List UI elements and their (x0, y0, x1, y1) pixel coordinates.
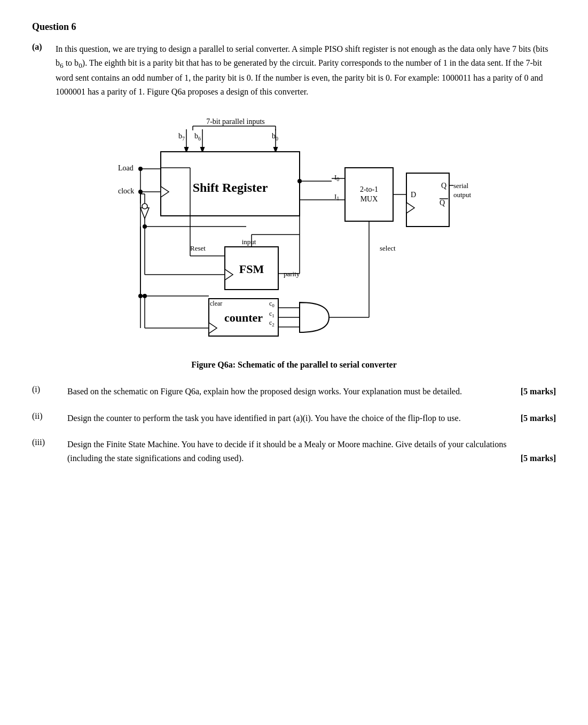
sub-text-ii: Design the counter to perform the task y… (67, 411, 510, 425)
circuit-diagram: 7-bit parallel inputs b7 b6 b0 Shift Reg… (107, 114, 481, 344)
svg-text:Reset: Reset (190, 244, 206, 252)
svg-text:output: output (453, 191, 472, 199)
marks-ii: [5 marks] (521, 411, 556, 425)
svg-text:Q: Q (440, 199, 445, 207)
svg-text:clear: clear (210, 300, 222, 307)
sub-label-iii: (iii) (32, 438, 59, 447)
sub-label-i: (i) (32, 385, 59, 394)
svg-text:D: D (411, 191, 416, 199)
sub-question-i: (i) Based on the schematic on Figure Q6a… (32, 385, 556, 399)
sub-label-ii: (ii) (32, 411, 59, 421)
sub-question-ii: (ii) Design the counter to perform the t… (32, 411, 556, 425)
svg-text:I1: I1 (334, 192, 339, 201)
svg-text:b7: b7 (178, 132, 185, 142)
question-title: Question 6 (32, 21, 556, 33)
svg-rect-32 (345, 168, 393, 221)
svg-text:I0: I0 (334, 173, 339, 182)
svg-text:b6: b6 (194, 132, 201, 142)
svg-text:MUX: MUX (360, 195, 378, 203)
svg-text:select: select (380, 244, 396, 252)
svg-text:counter: counter (224, 311, 262, 324)
sub-question-iii: (iii) Design the Finite State Machine. Y… (32, 438, 556, 465)
svg-text:clock: clock (118, 187, 134, 195)
svg-text:7-bit parallel inputs: 7-bit parallel inputs (206, 118, 265, 126)
sub-text-iii: Design the Finite State Machine. You hav… (67, 438, 510, 465)
figure-caption: Figure Q6a: Schematic of the parallel to… (32, 360, 556, 370)
marks-iii: [5 marks] (521, 451, 556, 465)
svg-point-21 (142, 204, 147, 209)
svg-text:b0: b0 (272, 132, 278, 142)
sub-questions: (i) Based on the schematic on Figure Q6a… (32, 385, 556, 465)
svg-text:Shift Register: Shift Register (192, 181, 268, 194)
sub-content-ii: Design the counter to perform the task y… (67, 411, 556, 425)
sub-text-i: Based on the schematic on Figure Q6a, ex… (67, 385, 510, 399)
sub-content-i: Based on the schematic on Figure Q6a, ex… (67, 385, 556, 399)
svg-text:Q: Q (441, 182, 446, 190)
svg-text:2-to-1: 2-to-1 (359, 185, 378, 193)
svg-text:input: input (241, 238, 256, 246)
svg-text:FSM: FSM (239, 262, 264, 276)
sub-content-iii: Design the Finite State Machine. You hav… (67, 438, 556, 465)
marks-i: [5 marks] (521, 385, 556, 399)
svg-marker-20 (140, 208, 149, 219)
svg-text:Load: Load (118, 164, 134, 172)
part-a-label: (a) (32, 42, 47, 98)
part-a-text: In this question, we are trying to desig… (56, 42, 556, 98)
svg-point-19 (138, 190, 143, 194)
svg-text:serial: serial (453, 182, 469, 190)
